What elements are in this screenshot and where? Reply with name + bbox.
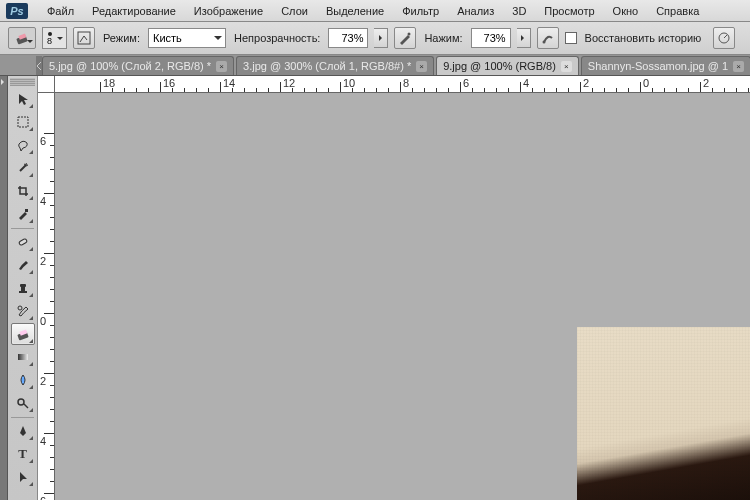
horizontal-ruler[interactable]: 18161412108642024 (55, 76, 750, 93)
tab-close-icon[interactable]: × (561, 61, 572, 72)
lasso-tool[interactable] (11, 134, 35, 156)
toolbox-collapse-handle[interactable] (0, 76, 8, 500)
menu-3d[interactable]: 3D (503, 2, 535, 20)
options-bar: 8 Режим: Кисть Непрозрачность: 73% Нажим… (0, 22, 750, 55)
brush-preset-picker[interactable]: 8 (42, 27, 67, 49)
document-tab[interactable]: 5.jpg @ 100% (Слой 2, RGB/8) *× (42, 56, 234, 75)
eyedropper-tool[interactable] (11, 203, 35, 225)
dodge-tool[interactable] (11, 392, 35, 414)
marquee-tool[interactable] (11, 111, 35, 133)
menu-bar: Ps ФайлРедактированиеИзображениеСлоиВыде… (0, 0, 750, 22)
brush-size-label: 8 (47, 36, 52, 46)
menu-файл[interactable]: Файл (38, 2, 83, 20)
history-brush-tool[interactable] (11, 300, 35, 322)
type-tool[interactable]: T (11, 443, 35, 465)
menu-изображение[interactable]: Изображение (185, 2, 272, 20)
svg-rect-9 (19, 291, 27, 293)
eraser-tool[interactable] (11, 323, 35, 345)
document-tab[interactable]: 9.jpg @ 100% (RGB/8)× (436, 56, 579, 75)
mode-label: Режим: (103, 32, 140, 44)
restore-history-checkbox[interactable] (565, 32, 577, 44)
tab-close-icon[interactable]: × (216, 61, 227, 72)
menu-фильтр[interactable]: Фильтр (393, 2, 448, 20)
opacity-pressure-toggle[interactable] (394, 27, 416, 49)
stamp-tool[interactable] (11, 277, 35, 299)
tab-label: 3.jpg @ 300% (Слой 1, RGB/8#) * (243, 60, 411, 72)
tab-label: 5.jpg @ 100% (Слой 2, RGB/8) * (49, 60, 211, 72)
airbrush-toggle[interactable] (537, 27, 559, 49)
mode-dropdown[interactable]: Кисть (148, 28, 226, 48)
opacity-input[interactable]: 73% (328, 28, 368, 48)
brush-tool[interactable] (11, 254, 35, 276)
opacity-flyout[interactable] (374, 28, 388, 48)
opacity-label: Непрозрачность: (234, 32, 320, 44)
svg-rect-11 (20, 284, 26, 287)
svg-rect-7 (25, 209, 28, 212)
svg-rect-8 (18, 238, 27, 245)
svg-point-4 (542, 41, 545, 44)
brush-panel-toggle[interactable] (73, 27, 95, 49)
canvas-area: 18161412108642024 6420246 (38, 76, 750, 500)
svg-rect-15 (18, 354, 28, 360)
toolbox: T (8, 76, 38, 500)
wand-tool[interactable] (11, 157, 35, 179)
canvas-viewport[interactable] (55, 93, 750, 500)
tab-close-icon[interactable]: × (416, 61, 427, 72)
menu-анализ[interactable]: Анализ (448, 2, 503, 20)
path-select-tool[interactable] (11, 466, 35, 488)
flow-flyout[interactable] (517, 28, 531, 48)
brush-panel-icon (77, 31, 91, 45)
crop-tool[interactable] (11, 180, 35, 202)
flow-input[interactable]: 73% (471, 28, 511, 48)
document-tab[interactable]: 3.jpg @ 300% (Слой 1, RGB/8#) *× (236, 56, 434, 75)
document-tab-bar: 5.jpg @ 100% (Слой 2, RGB/8) *×3.jpg @ 3… (0, 55, 750, 76)
healing-tool[interactable] (11, 231, 35, 253)
vertical-ruler[interactable]: 6420246 (38, 93, 55, 500)
airbrush-icon (541, 31, 555, 45)
pressure-size-toggle[interactable] (713, 27, 735, 49)
document-image (577, 327, 750, 500)
flow-label: Нажим: (424, 32, 462, 44)
menu-справка[interactable]: Справка (647, 2, 708, 20)
menu-редактирование[interactable]: Редактирование (83, 2, 185, 20)
tab-label: Shannyn-Sossamon.jpg @ 1 (588, 60, 728, 72)
menu-окно[interactable]: Окно (604, 2, 648, 20)
svg-rect-2 (78, 32, 90, 44)
tab-close-icon[interactable]: × (733, 61, 744, 72)
menu-просмотр[interactable]: Просмотр (535, 2, 603, 20)
pressure-icon (717, 31, 731, 45)
app-logo: Ps (6, 3, 28, 19)
mode-value: Кисть (153, 32, 182, 44)
menu-слои[interactable]: Слои (272, 2, 317, 20)
menu-выделение[interactable]: Выделение (317, 2, 393, 20)
tool-preset-picker[interactable] (8, 27, 36, 49)
move-tool[interactable] (11, 88, 35, 110)
blur-tool[interactable] (11, 369, 35, 391)
svg-point-12 (18, 306, 22, 310)
tab-label: 9.jpg @ 100% (RGB/8) (443, 60, 556, 72)
toolbox-grip[interactable] (10, 78, 35, 86)
pen-pressure-icon (398, 31, 412, 45)
svg-point-16 (18, 399, 24, 405)
restore-history-label: Восстановить историю (585, 32, 702, 44)
ruler-origin[interactable] (38, 76, 55, 93)
gradient-tool[interactable] (11, 346, 35, 368)
document-tab[interactable]: Shannyn-Sossamon.jpg @ 1× (581, 56, 750, 75)
pen-tool[interactable] (11, 420, 35, 442)
svg-point-3 (408, 33, 411, 36)
eraser-icon (15, 31, 29, 45)
svg-rect-6 (18, 117, 28, 127)
